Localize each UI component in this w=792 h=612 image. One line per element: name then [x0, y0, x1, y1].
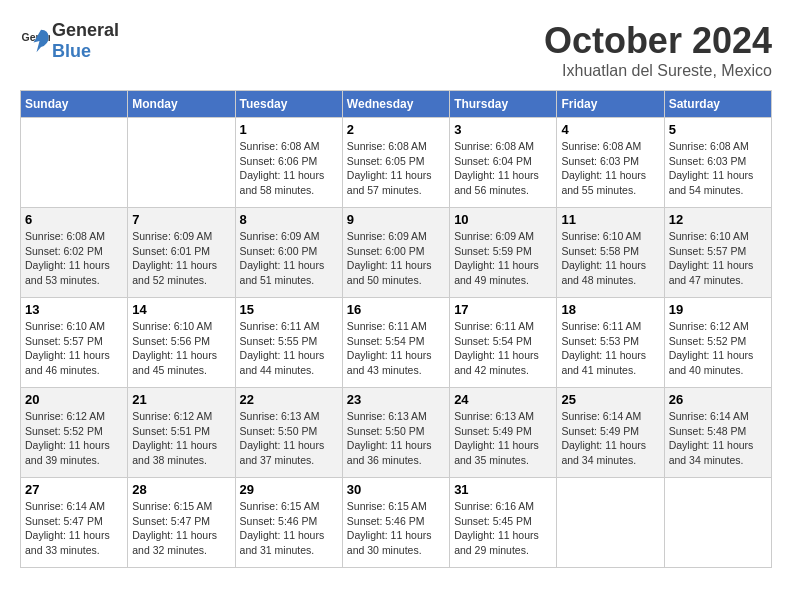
calendar-cell: 5Sunrise: 6:08 AMSunset: 6:03 PMDaylight… — [664, 118, 771, 208]
calendar-cell — [664, 478, 771, 568]
day-info: Sunrise: 6:13 AMSunset: 5:49 PMDaylight:… — [454, 409, 552, 468]
day-info: Sunrise: 6:13 AMSunset: 5:50 PMDaylight:… — [240, 409, 338, 468]
calendar-cell: 26Sunrise: 6:14 AMSunset: 5:48 PMDayligh… — [664, 388, 771, 478]
day-info: Sunrise: 6:11 AMSunset: 5:54 PMDaylight:… — [347, 319, 445, 378]
calendar-cell: 19Sunrise: 6:12 AMSunset: 5:52 PMDayligh… — [664, 298, 771, 388]
header-thursday: Thursday — [450, 91, 557, 118]
day-number: 11 — [561, 212, 659, 227]
day-number: 14 — [132, 302, 230, 317]
calendar-cell: 11Sunrise: 6:10 AMSunset: 5:58 PMDayligh… — [557, 208, 664, 298]
calendar: Sunday Monday Tuesday Wednesday Thursday… — [20, 90, 772, 568]
header: General General Blue October 2024 Ixhuat… — [20, 20, 772, 80]
day-info: Sunrise: 6:08 AMSunset: 6:04 PMDaylight:… — [454, 139, 552, 198]
day-info: Sunrise: 6:12 AMSunset: 5:52 PMDaylight:… — [669, 319, 767, 378]
day-info: Sunrise: 6:11 AMSunset: 5:53 PMDaylight:… — [561, 319, 659, 378]
day-number: 10 — [454, 212, 552, 227]
calendar-cell: 10Sunrise: 6:09 AMSunset: 5:59 PMDayligh… — [450, 208, 557, 298]
day-number: 28 — [132, 482, 230, 497]
day-number: 31 — [454, 482, 552, 497]
day-info: Sunrise: 6:08 AMSunset: 6:03 PMDaylight:… — [669, 139, 767, 198]
day-info: Sunrise: 6:09 AMSunset: 6:01 PMDaylight:… — [132, 229, 230, 288]
calendar-cell: 31Sunrise: 6:16 AMSunset: 5:45 PMDayligh… — [450, 478, 557, 568]
header-tuesday: Tuesday — [235, 91, 342, 118]
calendar-cell: 4Sunrise: 6:08 AMSunset: 6:03 PMDaylight… — [557, 118, 664, 208]
day-number: 9 — [347, 212, 445, 227]
day-info: Sunrise: 6:10 AMSunset: 5:57 PMDaylight:… — [669, 229, 767, 288]
day-info: Sunrise: 6:13 AMSunset: 5:50 PMDaylight:… — [347, 409, 445, 468]
calendar-cell: 7Sunrise: 6:09 AMSunset: 6:01 PMDaylight… — [128, 208, 235, 298]
calendar-cell: 22Sunrise: 6:13 AMSunset: 5:50 PMDayligh… — [235, 388, 342, 478]
calendar-cell — [128, 118, 235, 208]
calendar-cell: 13Sunrise: 6:10 AMSunset: 5:57 PMDayligh… — [21, 298, 128, 388]
day-info: Sunrise: 6:08 AMSunset: 6:06 PMDaylight:… — [240, 139, 338, 198]
calendar-cell: 27Sunrise: 6:14 AMSunset: 5:47 PMDayligh… — [21, 478, 128, 568]
calendar-cell: 9Sunrise: 6:09 AMSunset: 6:00 PMDaylight… — [342, 208, 449, 298]
day-number: 15 — [240, 302, 338, 317]
header-sunday: Sunday — [21, 91, 128, 118]
calendar-week-row: 1Sunrise: 6:08 AMSunset: 6:06 PMDaylight… — [21, 118, 772, 208]
calendar-cell: 18Sunrise: 6:11 AMSunset: 5:53 PMDayligh… — [557, 298, 664, 388]
day-info: Sunrise: 6:09 AMSunset: 6:00 PMDaylight:… — [347, 229, 445, 288]
calendar-cell: 2Sunrise: 6:08 AMSunset: 6:05 PMDaylight… — [342, 118, 449, 208]
calendar-week-row: 6Sunrise: 6:08 AMSunset: 6:02 PMDaylight… — [21, 208, 772, 298]
day-number: 18 — [561, 302, 659, 317]
day-info: Sunrise: 6:08 AMSunset: 6:05 PMDaylight:… — [347, 139, 445, 198]
day-info: Sunrise: 6:12 AMSunset: 5:51 PMDaylight:… — [132, 409, 230, 468]
day-number: 13 — [25, 302, 123, 317]
day-number: 16 — [347, 302, 445, 317]
day-number: 22 — [240, 392, 338, 407]
day-number: 2 — [347, 122, 445, 137]
day-number: 20 — [25, 392, 123, 407]
title-area: October 2024 Ixhuatlan del Sureste, Mexi… — [544, 20, 772, 80]
calendar-cell: 24Sunrise: 6:13 AMSunset: 5:49 PMDayligh… — [450, 388, 557, 478]
day-number: 23 — [347, 392, 445, 407]
day-info: Sunrise: 6:15 AMSunset: 5:46 PMDaylight:… — [347, 499, 445, 558]
calendar-cell — [21, 118, 128, 208]
calendar-cell: 21Sunrise: 6:12 AMSunset: 5:51 PMDayligh… — [128, 388, 235, 478]
calendar-cell: 16Sunrise: 6:11 AMSunset: 5:54 PMDayligh… — [342, 298, 449, 388]
day-number: 4 — [561, 122, 659, 137]
day-number: 1 — [240, 122, 338, 137]
day-info: Sunrise: 6:08 AMSunset: 6:03 PMDaylight:… — [561, 139, 659, 198]
day-number: 7 — [132, 212, 230, 227]
logo-blue-text: Blue — [52, 41, 91, 61]
day-info: Sunrise: 6:15 AMSunset: 5:46 PMDaylight:… — [240, 499, 338, 558]
calendar-cell: 3Sunrise: 6:08 AMSunset: 6:04 PMDaylight… — [450, 118, 557, 208]
day-number: 19 — [669, 302, 767, 317]
calendar-cell: 6Sunrise: 6:08 AMSunset: 6:02 PMDaylight… — [21, 208, 128, 298]
day-info: Sunrise: 6:09 AMSunset: 5:59 PMDaylight:… — [454, 229, 552, 288]
day-number: 3 — [454, 122, 552, 137]
calendar-cell: 30Sunrise: 6:15 AMSunset: 5:46 PMDayligh… — [342, 478, 449, 568]
day-number: 24 — [454, 392, 552, 407]
day-info: Sunrise: 6:14 AMSunset: 5:47 PMDaylight:… — [25, 499, 123, 558]
calendar-cell: 14Sunrise: 6:10 AMSunset: 5:56 PMDayligh… — [128, 298, 235, 388]
day-info: Sunrise: 6:11 AMSunset: 5:54 PMDaylight:… — [454, 319, 552, 378]
header-wednesday: Wednesday — [342, 91, 449, 118]
calendar-header-row: Sunday Monday Tuesday Wednesday Thursday… — [21, 91, 772, 118]
calendar-cell: 20Sunrise: 6:12 AMSunset: 5:52 PMDayligh… — [21, 388, 128, 478]
day-number: 6 — [25, 212, 123, 227]
day-info: Sunrise: 6:14 AMSunset: 5:49 PMDaylight:… — [561, 409, 659, 468]
day-info: Sunrise: 6:16 AMSunset: 5:45 PMDaylight:… — [454, 499, 552, 558]
header-friday: Friday — [557, 91, 664, 118]
calendar-cell: 23Sunrise: 6:13 AMSunset: 5:50 PMDayligh… — [342, 388, 449, 478]
calendar-cell: 25Sunrise: 6:14 AMSunset: 5:49 PMDayligh… — [557, 388, 664, 478]
logo-icon: General — [20, 26, 50, 56]
calendar-cell: 15Sunrise: 6:11 AMSunset: 5:55 PMDayligh… — [235, 298, 342, 388]
day-number: 5 — [669, 122, 767, 137]
calendar-week-row: 13Sunrise: 6:10 AMSunset: 5:57 PMDayligh… — [21, 298, 772, 388]
day-number: 30 — [347, 482, 445, 497]
calendar-cell: 12Sunrise: 6:10 AMSunset: 5:57 PMDayligh… — [664, 208, 771, 298]
calendar-cell — [557, 478, 664, 568]
day-info: Sunrise: 6:09 AMSunset: 6:00 PMDaylight:… — [240, 229, 338, 288]
day-number: 8 — [240, 212, 338, 227]
day-info: Sunrise: 6:14 AMSunset: 5:48 PMDaylight:… — [669, 409, 767, 468]
calendar-cell: 1Sunrise: 6:08 AMSunset: 6:06 PMDaylight… — [235, 118, 342, 208]
day-info: Sunrise: 6:12 AMSunset: 5:52 PMDaylight:… — [25, 409, 123, 468]
calendar-cell: 29Sunrise: 6:15 AMSunset: 5:46 PMDayligh… — [235, 478, 342, 568]
calendar-week-row: 27Sunrise: 6:14 AMSunset: 5:47 PMDayligh… — [21, 478, 772, 568]
day-number: 27 — [25, 482, 123, 497]
header-saturday: Saturday — [664, 91, 771, 118]
day-number: 29 — [240, 482, 338, 497]
calendar-cell: 8Sunrise: 6:09 AMSunset: 6:00 PMDaylight… — [235, 208, 342, 298]
